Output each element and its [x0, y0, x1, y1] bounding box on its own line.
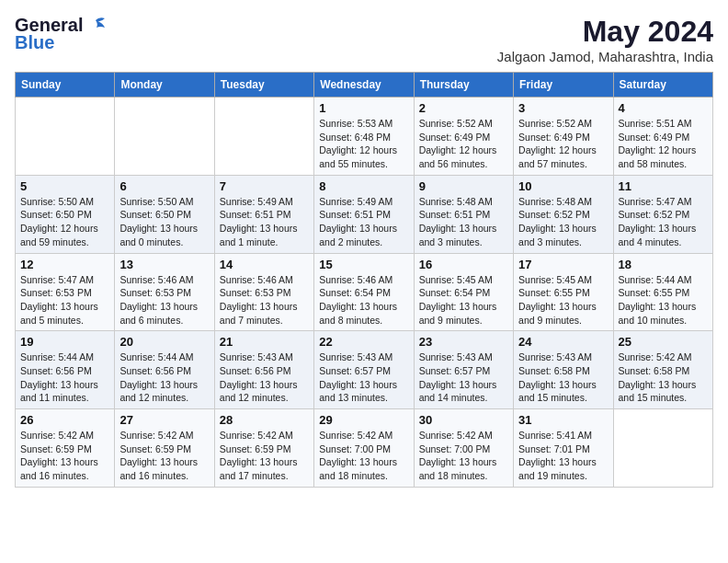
table-row: 18Sunrise: 5:44 AM Sunset: 6:55 PM Dayli…	[613, 253, 712, 331]
day-number: 25	[619, 335, 708, 349]
day-info: Sunrise: 5:53 AM Sunset: 6:48 PM Dayligh…	[319, 117, 408, 171]
table-row: 22Sunrise: 5:43 AM Sunset: 6:57 PM Dayli…	[314, 331, 414, 409]
col-saturday: Saturday	[613, 73, 712, 98]
day-info: Sunrise: 5:42 AM Sunset: 6:59 PM Dayligh…	[220, 429, 309, 483]
table-row: 2Sunrise: 5:52 AM Sunset: 6:49 PM Daylig…	[414, 98, 513, 176]
table-row: 28Sunrise: 5:42 AM Sunset: 6:59 PM Dayli…	[214, 409, 313, 488]
table-row: 3Sunrise: 5:52 AM Sunset: 6:49 PM Daylig…	[514, 98, 613, 176]
day-number: 13	[119, 258, 209, 271]
table-row: 27Sunrise: 5:42 AM Sunset: 6:59 PM Dayli…	[115, 409, 214, 488]
day-info: Sunrise: 5:43 AM Sunset: 6:57 PM Dayligh…	[419, 350, 508, 405]
day-number: 16	[419, 258, 508, 271]
day-number: 27	[119, 413, 209, 427]
calendar-week-row: 26Sunrise: 5:42 AM Sunset: 6:59 PM Dayli…	[16, 409, 713, 488]
day-info: Sunrise: 5:46 AM Sunset: 6:53 PM Dayligh…	[119, 273, 209, 327]
day-info: Sunrise: 5:41 AM Sunset: 7:01 PM Dayligh…	[518, 429, 608, 483]
day-number: 14	[220, 258, 309, 271]
day-number: 8	[319, 179, 408, 193]
day-info: Sunrise: 5:48 AM Sunset: 6:51 PM Dayligh…	[419, 195, 508, 249]
location-subtitle: Jalgaon Jamod, Maharashtra, India	[497, 49, 713, 64]
day-number: 2	[419, 101, 508, 115]
col-sunday: Sunday	[16, 73, 115, 98]
day-info: Sunrise: 5:42 AM Sunset: 6:59 PM Dayligh…	[119, 429, 209, 483]
day-number: 17	[518, 258, 608, 271]
page-header: General Blue May 2024 Jalgaon Jamod, Mah…	[15, 15, 713, 64]
table-row: 9Sunrise: 5:48 AM Sunset: 6:51 PM Daylig…	[414, 175, 513, 253]
table-row: 5Sunrise: 5:50 AM Sunset: 6:50 PM Daylig…	[16, 175, 115, 253]
day-info: Sunrise: 5:50 AM Sunset: 6:50 PM Dayligh…	[119, 195, 209, 249]
day-info: Sunrise: 5:43 AM Sunset: 6:56 PM Dayligh…	[220, 350, 309, 405]
table-row: 4Sunrise: 5:51 AM Sunset: 6:49 PM Daylig…	[613, 98, 712, 176]
day-number: 5	[20, 179, 109, 193]
day-info: Sunrise: 5:42 AM Sunset: 6:58 PM Dayligh…	[619, 350, 708, 405]
day-number: 12	[20, 258, 109, 271]
day-info: Sunrise: 5:52 AM Sunset: 6:49 PM Dayligh…	[518, 117, 608, 171]
day-info: Sunrise: 5:44 AM Sunset: 6:55 PM Dayligh…	[619, 273, 708, 327]
calendar-week-row: 5Sunrise: 5:50 AM Sunset: 6:50 PM Daylig…	[16, 175, 713, 253]
day-info: Sunrise: 5:51 AM Sunset: 6:49 PM Dayligh…	[619, 117, 708, 171]
table-row: 8Sunrise: 5:49 AM Sunset: 6:51 PM Daylig…	[314, 175, 414, 253]
day-info: Sunrise: 5:42 AM Sunset: 7:00 PM Dayligh…	[319, 429, 408, 483]
logo-bird-icon	[86, 17, 107, 35]
table-row: 29Sunrise: 5:42 AM Sunset: 7:00 PM Dayli…	[314, 409, 414, 488]
table-row: 16Sunrise: 5:45 AM Sunset: 6:54 PM Dayli…	[414, 253, 513, 331]
day-number: 24	[518, 335, 608, 349]
calendar-header-row: Sunday Monday Tuesday Wednesday Thursday…	[16, 73, 713, 98]
col-monday: Monday	[115, 73, 214, 98]
day-info: Sunrise: 5:43 AM Sunset: 6:57 PM Dayligh…	[319, 350, 408, 405]
day-info: Sunrise: 5:47 AM Sunset: 6:53 PM Dayligh…	[20, 273, 109, 327]
table-row: 6Sunrise: 5:50 AM Sunset: 6:50 PM Daylig…	[115, 175, 214, 253]
month-title: May 2024	[497, 15, 713, 49]
table-row	[16, 98, 115, 176]
day-info: Sunrise: 5:45 AM Sunset: 6:54 PM Dayligh…	[419, 273, 508, 327]
table-row	[214, 98, 313, 176]
day-info: Sunrise: 5:43 AM Sunset: 6:58 PM Dayligh…	[518, 350, 608, 405]
day-number: 18	[619, 258, 708, 271]
table-row: 25Sunrise: 5:42 AM Sunset: 6:58 PM Dayli…	[613, 331, 712, 409]
day-number: 3	[518, 101, 608, 115]
day-number: 22	[319, 335, 408, 349]
table-row: 26Sunrise: 5:42 AM Sunset: 6:59 PM Dayli…	[16, 409, 115, 488]
day-number: 7	[220, 179, 309, 193]
table-row: 14Sunrise: 5:46 AM Sunset: 6:53 PM Dayli…	[214, 253, 313, 331]
table-row: 17Sunrise: 5:45 AM Sunset: 6:55 PM Dayli…	[514, 253, 613, 331]
day-number: 31	[518, 413, 608, 427]
day-number: 21	[220, 335, 309, 349]
logo: General Blue	[15, 15, 107, 53]
day-info: Sunrise: 5:42 AM Sunset: 6:59 PM Dayligh…	[20, 429, 109, 483]
day-number: 4	[619, 101, 708, 115]
day-number: 20	[119, 335, 209, 349]
day-info: Sunrise: 5:52 AM Sunset: 6:49 PM Dayligh…	[419, 117, 508, 171]
day-info: Sunrise: 5:48 AM Sunset: 6:52 PM Dayligh…	[518, 195, 608, 249]
table-row	[115, 98, 214, 176]
day-number: 26	[20, 413, 109, 427]
day-number: 29	[319, 413, 408, 427]
table-row: 30Sunrise: 5:42 AM Sunset: 7:00 PM Dayli…	[414, 409, 513, 488]
table-row: 10Sunrise: 5:48 AM Sunset: 6:52 PM Dayli…	[514, 175, 613, 253]
day-info: Sunrise: 5:50 AM Sunset: 6:50 PM Dayligh…	[20, 195, 109, 249]
day-info: Sunrise: 5:46 AM Sunset: 6:53 PM Dayligh…	[220, 273, 309, 327]
table-row: 24Sunrise: 5:43 AM Sunset: 6:58 PM Dayli…	[514, 331, 613, 409]
table-row: 20Sunrise: 5:44 AM Sunset: 6:56 PM Dayli…	[115, 331, 214, 409]
day-number: 19	[20, 335, 109, 349]
day-info: Sunrise: 5:44 AM Sunset: 6:56 PM Dayligh…	[119, 350, 209, 405]
calendar-week-row: 1Sunrise: 5:53 AM Sunset: 6:48 PM Daylig…	[16, 98, 713, 176]
day-info: Sunrise: 5:44 AM Sunset: 6:56 PM Dayligh…	[20, 350, 109, 405]
calendar-table: Sunday Monday Tuesday Wednesday Thursday…	[15, 72, 713, 488]
day-number: 1	[319, 101, 408, 115]
title-block: May 2024 Jalgaon Jamod, Maharashtra, Ind…	[497, 15, 713, 64]
calendar-week-row: 12Sunrise: 5:47 AM Sunset: 6:53 PM Dayli…	[16, 253, 713, 331]
day-number: 15	[319, 258, 408, 271]
col-wednesday: Wednesday	[314, 73, 414, 98]
day-number: 9	[419, 179, 508, 193]
day-info: Sunrise: 5:45 AM Sunset: 6:55 PM Dayligh…	[518, 273, 608, 327]
day-info: Sunrise: 5:46 AM Sunset: 6:54 PM Dayligh…	[319, 273, 408, 327]
table-row: 23Sunrise: 5:43 AM Sunset: 6:57 PM Dayli…	[414, 331, 513, 409]
day-info: Sunrise: 5:42 AM Sunset: 7:00 PM Dayligh…	[419, 429, 508, 483]
logo-blue-text: Blue	[15, 32, 54, 53]
table-row: 21Sunrise: 5:43 AM Sunset: 6:56 PM Dayli…	[214, 331, 313, 409]
day-info: Sunrise: 5:49 AM Sunset: 6:51 PM Dayligh…	[220, 195, 309, 249]
table-row	[613, 409, 712, 488]
table-row: 13Sunrise: 5:46 AM Sunset: 6:53 PM Dayli…	[115, 253, 214, 331]
day-number: 10	[518, 179, 608, 193]
